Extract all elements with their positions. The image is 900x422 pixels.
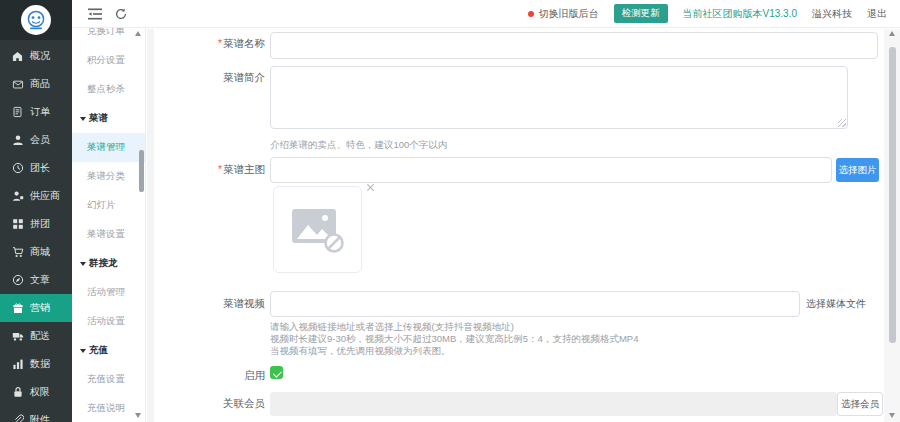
recipe-form: *菜谱名称 菜谱简介 介绍菜谱的卖点、特色，建议100个字以内 *菜谱主图 选择… — [147, 28, 884, 422]
logo-emblem-icon — [25, 9, 47, 31]
submenu-item-label: 群接龙 — [89, 257, 118, 270]
enabled-checkbox[interactable] — [270, 366, 283, 379]
enabled-label: 启用 — [153, 369, 265, 383]
main-scroll-up-icon[interactable] — [889, 31, 895, 36]
main-scrollbar-thumb[interactable] — [889, 47, 896, 343]
topbar-right: 切换旧版后台 检测更新 当前社区团购版本V13.3.0 溢兴科技 退出 — [528, 0, 887, 27]
recipe-intro-hint: 介绍菜谱的卖点、特色，建议100个字以内 — [270, 139, 447, 152]
sidebar-item-label: 供应商 — [30, 189, 60, 203]
submenu-item-group-buy-group[interactable]: 群接龙 — [72, 249, 145, 278]
recipe-video-input[interactable] — [270, 291, 800, 317]
sidebar-item-groupon[interactable]: 拼团 — [0, 210, 72, 238]
submenu-item-recipe-group[interactable]: 菜谱 — [72, 104, 145, 133]
sidebar-item-overview[interactable]: 概况 — [0, 42, 72, 70]
related-member-input — [270, 392, 837, 416]
sidebar-item-suppliers[interactable]: 供应商 — [0, 182, 72, 210]
submenu-item-recharge-group[interactable]: 充值 — [72, 336, 145, 365]
image-preview-card — [273, 186, 362, 273]
sidebar-item-mall[interactable]: 商城 — [0, 238, 72, 266]
submenu-item-recharge-settings[interactable]: 充值设置 — [72, 365, 145, 394]
submenu-list: 兑换订单积分设置整点秒杀菜谱菜谱管理菜谱分类幻灯片菜谱设置群接龙活动管理活动设置… — [72, 28, 145, 422]
textarea-resize-handle[interactable] — [838, 119, 846, 127]
main-sidebar: 概况商品订单会员团长供应商拼团商城文章营销配送数据权限附件 — [0, 0, 72, 422]
submenu-item-flash-sale[interactable]: 整点秒杀 — [72, 75, 145, 104]
choose-image-button[interactable]: 选择图片 — [836, 158, 879, 182]
submenu-panel: 兑换订单积分设置整点秒杀菜谱菜谱管理菜谱分类幻灯片菜谱设置群接龙活动管理活动设置… — [72, 28, 146, 422]
sidebar-nav: 概况商品订单会员团长供应商拼团商城文章营销配送数据权限附件 — [0, 40, 72, 422]
sidebar-item-articles[interactable]: 文章 — [0, 266, 72, 294]
logout-button[interactable]: 退出 — [867, 7, 887, 21]
recipe-image-url-input[interactable] — [270, 157, 832, 183]
submenu-item-activity-manage[interactable]: 活动管理 — [72, 278, 145, 307]
submenu-item-label: 充值说明 — [87, 402, 125, 415]
goods-icon — [11, 78, 24, 90]
sidebar-item-label: 团长 — [30, 161, 50, 175]
leader-icon — [11, 162, 24, 174]
refresh-icon[interactable] — [114, 8, 128, 20]
sidebar-item-label: 文章 — [30, 273, 50, 287]
sidebar-item-label: 数据 — [30, 357, 50, 371]
submenu-item-points-settings[interactable]: 积分设置 — [72, 46, 145, 75]
recipe-video-label: 菜谱视频 — [153, 297, 265, 311]
sidebar-item-permission[interactable]: 权限 — [0, 378, 72, 406]
permission-icon — [11, 386, 24, 398]
content-left-gutter — [147, 29, 154, 422]
related-member-label: 关联会员 — [153, 397, 265, 411]
choose-media-file-button[interactable]: 选择媒体文件 — [806, 297, 866, 311]
attachment-icon — [11, 414, 24, 422]
submenu-item-label: 兑换订单 — [87, 28, 125, 38]
sidebar-item-label: 订单 — [30, 105, 50, 119]
submenu-item-label: 菜谱 — [89, 112, 108, 125]
submenu-item-label: 活动设置 — [87, 315, 125, 328]
required-mark: * — [218, 163, 222, 175]
recipe-intro-textarea[interactable] — [270, 66, 848, 129]
recipe-name-input[interactable] — [270, 32, 878, 59]
sidebar-item-label: 配送 — [30, 329, 50, 343]
sidebar-item-label: 商城 — [30, 245, 50, 259]
sidebar-item-label: 营销 — [30, 301, 50, 315]
sidebar-item-goods[interactable]: 商品 — [0, 70, 72, 98]
choose-member-button[interactable]: 选择会员 — [837, 392, 883, 416]
video-hint-line-3: 当视频有填写，优先调用视频做为列表图。 — [270, 345, 451, 358]
submenu-item-label: 菜谱设置 — [87, 228, 125, 241]
mall-icon — [11, 246, 24, 258]
sidebar-item-marketing[interactable]: 营销 — [0, 294, 72, 322]
submenu-item-activity-settings[interactable]: 活动设置 — [72, 307, 145, 336]
home-icon — [11, 50, 24, 62]
sidebar-item-label: 会员 — [30, 133, 50, 147]
check-update-button[interactable]: 检测更新 — [614, 4, 668, 23]
sidebar-item-data[interactable]: 数据 — [0, 350, 72, 378]
broken-image-placeholder-icon — [289, 206, 347, 254]
sidebar-item-delivery[interactable]: 配送 — [0, 322, 72, 350]
submenu-scrollbar-thumb[interactable] — [139, 150, 144, 192]
sidebar-item-label: 概况 — [30, 49, 50, 63]
marketing-icon — [11, 302, 24, 314]
recipe-name-label: *菜谱名称 — [153, 37, 265, 51]
app-logo — [21, 5, 51, 35]
remove-image-icon[interactable] — [366, 183, 375, 192]
submenu-item-label: 幻灯片 — [87, 199, 116, 212]
supplier-icon — [11, 190, 24, 202]
submenu-scroll-up-icon[interactable] — [135, 31, 141, 36]
submenu-item-recipe-settings[interactable]: 菜谱设置 — [72, 220, 145, 249]
collapse-menu-icon[interactable] — [88, 8, 102, 20]
submenu-item-recipe-category[interactable]: 菜谱分类 — [72, 162, 145, 191]
submenu-item-recipe-manage[interactable]: 菜谱管理 — [72, 133, 145, 162]
sidebar-item-leaders[interactable]: 团长 — [0, 154, 72, 182]
recipe-image-label: *菜谱主图 — [153, 163, 265, 177]
switch-old-version-link[interactable]: 切换旧版后台 — [528, 7, 599, 21]
submenu-scroll-down-icon[interactable] — [135, 413, 141, 418]
submenu-item-label: 充值 — [89, 344, 108, 357]
sidebar-item-label: 权限 — [30, 385, 50, 399]
submenu-item-label: 积分设置 — [87, 54, 125, 67]
version-label[interactable]: 当前社区团购版本V13.3.0 — [683, 7, 797, 21]
recipe-intro-label: 菜谱简介 — [153, 71, 265, 85]
sidebar-item-attachment[interactable]: 附件 — [0, 406, 72, 422]
submenu-item-slides[interactable]: 幻灯片 — [72, 191, 145, 220]
sidebar-item-orders[interactable]: 订单 — [0, 98, 72, 126]
submenu-item-label: 充值设置 — [87, 373, 125, 386]
article-icon — [11, 274, 24, 286]
groupon-icon — [11, 218, 24, 230]
main-scroll-down-icon[interactable] — [889, 413, 895, 418]
sidebar-item-members[interactable]: 会员 — [0, 126, 72, 154]
